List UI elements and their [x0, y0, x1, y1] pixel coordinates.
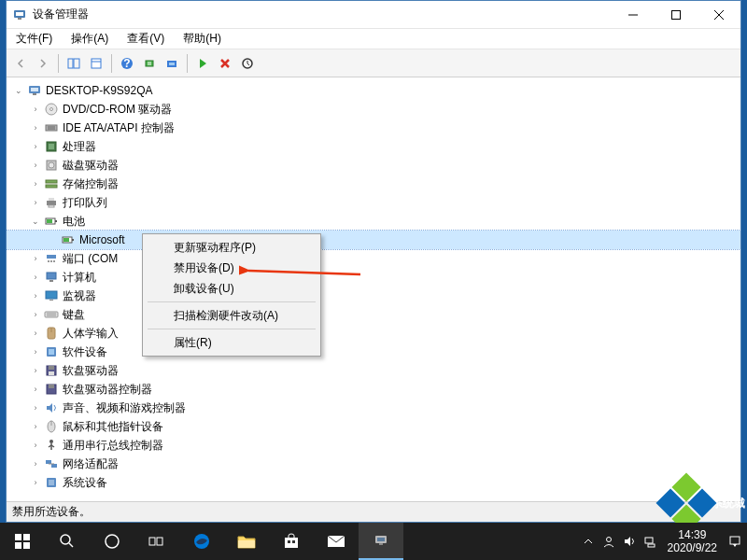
tree-item[interactable]: ›监视器	[7, 287, 740, 305]
tree-item[interactable]: ›存储控制器	[7, 175, 740, 193]
scan-hardware-button[interactable]	[139, 53, 160, 74]
edge-icon[interactable]	[179, 523, 224, 560]
minimize-button[interactable]	[612, 1, 655, 28]
tray-chevron-icon[interactable]	[578, 523, 599, 560]
tree-item[interactable]: ›声音、视频和游戏控制器	[7, 399, 740, 417]
svg-rect-7	[68, 59, 73, 68]
volume-icon[interactable]	[619, 523, 640, 560]
context-menu-item[interactable]: 更新驱动程序(P)	[146, 237, 317, 258]
tree-view[interactable]: ⌄DESKTOP-K9S92QA›DVD/CD-ROM 驱动器›IDE ATA/…	[7, 77, 740, 501]
tree-item[interactable]: Microsoft	[7, 231, 740, 249]
chevron-right-icon[interactable]: ›	[29, 327, 42, 340]
titlebar[interactable]: 设备管理器	[7, 1, 740, 29]
search-button[interactable]	[45, 523, 90, 560]
tree-item[interactable]: ›端口 (COM	[7, 249, 740, 268]
store-icon[interactable]	[269, 523, 314, 560]
update-driver-toolbar-button[interactable]	[162, 53, 182, 74]
tree-item[interactable]: ›系统设备	[7, 473, 740, 492]
menu-help[interactable]: 帮助(H)	[179, 29, 225, 49]
chevron-right-icon[interactable]: ›	[29, 364, 42, 377]
chevron-right-icon[interactable]: ›	[29, 159, 42, 172]
chevron-right-icon[interactable]: ›	[29, 476, 42, 489]
svg-rect-90	[730, 537, 740, 544]
context-menu-item[interactable]: 禁用设备(D)	[146, 258, 317, 278]
chevron-right-icon[interactable]: ›	[29, 308, 42, 321]
explorer-icon[interactable]	[224, 523, 269, 560]
network-icon[interactable]	[640, 523, 660, 560]
cortana-button[interactable]	[90, 523, 134, 560]
back-button[interactable]	[10, 53, 31, 74]
tree-item[interactable]: ›软盘驱动器控制器	[7, 380, 740, 399]
chevron-right-icon[interactable]: ›	[29, 140, 42, 153]
start-button[interactable]	[0, 523, 45, 560]
context-menu-item[interactable]: 扫描检测硬件改动(A)	[146, 305, 317, 326]
tree-item[interactable]: ›鼠标和其他指针设备	[7, 417, 740, 436]
chevron-right-icon[interactable]: ›	[29, 271, 42, 284]
disable-button[interactable]	[237, 53, 258, 74]
menu-file[interactable]: 文件(F)	[12, 29, 56, 49]
notifications-icon[interactable]	[725, 523, 745, 560]
window-buttons	[612, 1, 740, 28]
taskbar: 14:39 2020/9/22	[0, 523, 747, 560]
tree-item[interactable]: ›通用串行总线控制器	[7, 436, 740, 455]
toolbar-separator	[187, 54, 188, 73]
tree-item[interactable]: ›打印队列	[7, 193, 740, 212]
cd-icon	[44, 102, 59, 117]
maximize-button[interactable]	[655, 1, 698, 28]
tree-item[interactable]: ›键盘	[7, 305, 740, 324]
tree-item[interactable]: ›DVD/CD-ROM 驱动器	[7, 100, 740, 119]
chevron-right-icon[interactable]: ›	[29, 103, 42, 116]
show-hide-tree-button[interactable]	[63, 53, 84, 74]
tree-item[interactable]: ›计算机	[7, 268, 740, 287]
tree-item-label: 键盘	[63, 307, 85, 323]
context-menu-separator	[148, 301, 316, 302]
tree-item[interactable]: ›网络适配器	[7, 455, 740, 473]
taskbar-clock[interactable]: 14:39 2020/9/22	[660, 528, 725, 554]
chevron-right-icon[interactable]: ›	[29, 289, 42, 302]
tree-item-label: 声音、视频和游戏控制器	[63, 400, 186, 416]
help-button[interactable]: ?	[117, 53, 137, 74]
mail-icon[interactable]	[314, 523, 359, 560]
tree-item-label: IDE ATA/ATAPI 控制器	[63, 120, 175, 136]
enable-button[interactable]	[192, 53, 213, 74]
tree-item[interactable]: ›IDE ATA/ATAPI 控制器	[7, 119, 740, 137]
tree-item[interactable]: ›磁盘驱动器	[7, 156, 740, 175]
tree-item[interactable]: ›软件设备	[7, 343, 740, 361]
svg-point-75	[106, 535, 119, 548]
context-menu-item[interactable]: 属性(R)	[146, 332, 317, 353]
chevron-right-icon[interactable]: ›	[29, 457, 42, 470]
tree-item[interactable]: ⌄电池	[7, 212, 740, 231]
chevron-right-icon[interactable]: ›	[29, 252, 42, 265]
task-view-button[interactable]	[134, 523, 179, 560]
menu-action[interactable]: 操作(A)	[67, 29, 112, 49]
chevron-right-icon[interactable]: ›	[29, 345, 42, 358]
toolbar-separator	[111, 54, 112, 73]
chevron-right-icon[interactable]: ›	[29, 177, 42, 190]
close-button[interactable]	[698, 1, 740, 28]
menu-view[interactable]: 查看(V)	[123, 29, 168, 49]
people-icon[interactable]	[599, 523, 619, 560]
chevron-down-icon[interactable]: ⌄	[12, 84, 25, 97]
tree-item[interactable]: ›软盘驱动器	[7, 361, 740, 380]
tree-item[interactable]: ›人体学输入	[7, 324, 740, 343]
chevron-right-icon[interactable]: ›	[29, 401, 42, 414]
chevron-right-icon[interactable]: ›	[29, 420, 42, 433]
device-manager-taskbar-icon[interactable]	[359, 523, 403, 560]
chevron-down-icon[interactable]: ⌄	[29, 215, 42, 228]
svg-rect-72	[23, 542, 30, 549]
chevron-right-icon[interactable]: ›	[29, 383, 42, 396]
uninstall-button[interactable]	[215, 53, 235, 74]
context-menu-item[interactable]: 卸载设备(U)	[146, 278, 317, 299]
chevron-right-icon[interactable]: ›	[29, 439, 42, 452]
forward-button[interactable]	[33, 53, 53, 74]
usb-icon	[44, 438, 59, 453]
chevron-right-icon[interactable]: ›	[29, 121, 42, 134]
chevron-right-icon[interactable]: ›	[29, 196, 42, 209]
tree-item[interactable]: ⌄DESKTOP-K9S92QA	[7, 81, 740, 100]
tree-item-label: 软盘驱动器	[63, 363, 119, 379]
tree-item[interactable]: ›处理器	[7, 137, 740, 156]
monitor-icon	[44, 288, 59, 303]
toolbar-separator	[58, 54, 59, 73]
system-icon	[44, 475, 59, 490]
properties-toolbar-button[interactable]	[86, 53, 106, 74]
